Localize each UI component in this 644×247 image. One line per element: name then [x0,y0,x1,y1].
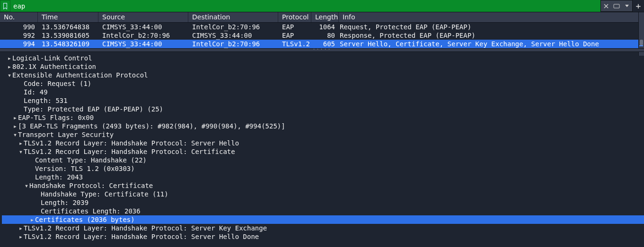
tree-node-eap-frags[interactable]: ▸[3 EAP-TLS Fragments (2493 bytes): #982… [2,122,644,130]
col-length[interactable]: Length [311,12,339,22]
tree-leaf[interactable]: Length: 531 [2,96,644,105]
cell-info: Server Hello, Certificate, Server Key Ex… [337,40,644,48]
tree-node-rec-hello[interactable]: ▸TLSv1.2 Record Layer: Handshake Protoco… [2,139,644,147]
cell-no: 992 [0,31,38,40]
tree-node-llc[interactable]: ▸Logical-Link Control [2,54,644,62]
cell-time: 13.539081605 [38,31,98,40]
col-source[interactable]: Source [98,12,188,22]
tree-leaf[interactable]: Content Type: Handshake (22) [2,156,644,164]
col-time[interactable]: Time [38,12,98,22]
pane-splitter[interactable] [0,48,644,52]
cell-length: 1064 [311,23,337,31]
tree-node-handshake[interactable]: ▾Handshake Protocol: Certificate [2,181,644,190]
tree-leaf[interactable]: Handshake Type: Certificate (11) [2,190,644,198]
bookmark-icon[interactable] [0,0,10,12]
tree-node-rec-cert[interactable]: ▾TLSv1.2 Record Layer: Handshake Protoco… [2,147,644,156]
cell-destination: CIMSYS_33:44:00 [188,31,278,40]
add-filter-tab-button[interactable]: + [633,0,644,12]
tree-node-dot1x[interactable]: ▸802.1X Authentication [2,62,644,71]
tree-node-eap[interactable]: ▾Extensible Authentication Protocol [2,71,644,79]
cell-info: Request, Protected EAP (EAP-PEAP) [337,23,644,31]
col-destination[interactable]: Destination [188,12,278,22]
filter-end-controls [600,0,633,12]
display-filter-bar: + [0,0,644,12]
cell-no: 994 [0,40,38,48]
cell-protocol: TLSv1.2 [278,40,311,48]
packet-details-pane: ▸Logical-Link Control ▸802.1X Authentica… [0,52,644,241]
cell-source: CIMSYS_33:44:00 [98,23,188,31]
cell-source: CIMSYS_33:44:00 [98,40,188,48]
scrollbar-thumb[interactable] [640,40,643,45]
cell-source: IntelCor_b2:70:96 [98,31,188,40]
cell-length: 80 [311,31,337,40]
tree-node-rec-done[interactable]: ▸TLSv1.2 Record Layer: Handshake Protoco… [2,232,644,241]
tree-node-tls[interactable]: ▾Transport Layer Security [2,130,644,139]
tree-leaf[interactable]: Length: 2043 [2,173,644,181]
tree-leaf[interactable]: Id: 49 [2,88,644,96]
packet-list: 99013.536764838CIMSYS_33:44:00IntelCor_b… [0,23,644,48]
cell-protocol: EAP [278,23,311,31]
clear-filter-icon[interactable] [601,0,611,12]
cell-info: Response, Protected EAP (EAP-PEAP) [337,31,644,40]
cell-destination: IntelCor_b2:70:96 [188,23,278,31]
tree-leaf[interactable]: Code: Request (1) [2,79,644,88]
col-protocol[interactable]: Protocol [278,12,311,22]
tree-node-rec-kex[interactable]: ▸TLSv1.2 Record Layer: Handshake Protoco… [2,224,644,232]
tree-leaf[interactable]: Certificates Length: 2036 [2,207,644,215]
col-info[interactable]: Info [339,12,644,22]
tree-node-certificates[interactable]: ▸Certificates (2036 bytes) [2,215,644,224]
cell-destination: IntelCor_b2:70:96 [188,40,278,48]
display-filter-input[interactable] [10,0,600,12]
filter-expression-icon[interactable] [611,0,622,12]
cell-protocol: EAP [278,31,311,40]
col-no[interactable]: No. [0,12,38,22]
cell-time: 13.536764838 [38,23,98,31]
tree-leaf[interactable]: Length: 2039 [2,198,644,207]
tree-leaf[interactable]: Version: TLS 1.2 (0x0303) [2,164,644,173]
tree-node-eap-flags[interactable]: ▸EAP-TLS Flags: 0x00 [2,113,644,122]
cell-time: 13.548326109 [38,40,98,48]
packet-row[interactable]: 99213.539081605IntelCor_b2:70:96CIMSYS_3… [0,31,644,40]
packet-row[interactable]: 99013.536764838CIMSYS_33:44:00IntelCor_b… [0,23,644,31]
svg-rect-0 [614,4,619,8]
tree-leaf[interactable]: Type: Protected EAP (EAP-PEAP) (25) [2,105,644,113]
packet-list-header: No. Time Source Destination Protocol Len… [0,12,644,23]
filter-history-dropdown-icon[interactable] [622,0,632,12]
cell-no: 990 [0,23,38,31]
